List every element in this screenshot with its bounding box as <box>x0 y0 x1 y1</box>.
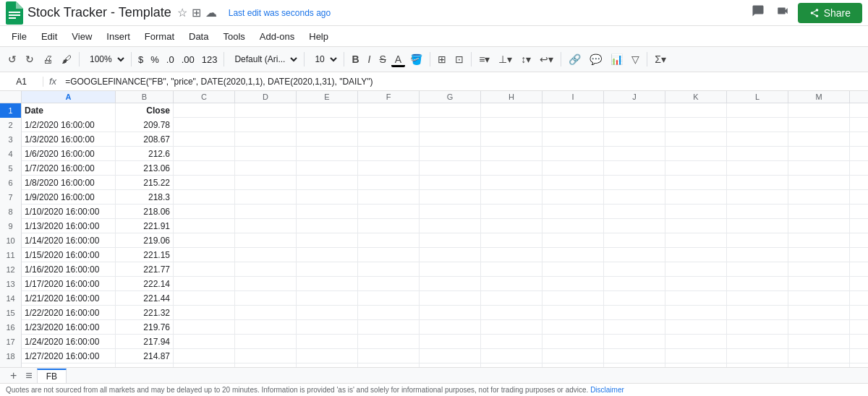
cell-empty[interactable] <box>420 349 481 363</box>
cell-a-7[interactable]: 1/9/2020 16:00:00 <box>22 190 116 205</box>
cell-empty[interactable] <box>604 262 665 277</box>
table-row[interactable]: 141/21/2020 16:00:00221.44 <box>0 291 868 306</box>
cell-a-11[interactable]: 1/15/2020 16:00:00 <box>22 248 116 262</box>
decimal00-button[interactable]: .00 <box>179 53 197 66</box>
cell-empty[interactable] <box>297 118 358 132</box>
table-row[interactable]: 41/6/2020 16:00:00212.6 <box>0 147 868 161</box>
cell-empty[interactable] <box>297 349 358 363</box>
col-header-b[interactable]: B <box>116 91 174 103</box>
redo-button[interactable]: ↻ <box>22 51 38 67</box>
menu-format[interactable]: Format <box>139 30 180 43</box>
cell-empty[interactable] <box>481 103 542 118</box>
sheet-tab-fb[interactable]: FB <box>37 369 67 383</box>
cell-b-1[interactable]: Close <box>116 103 174 118</box>
cell-empty[interactable] <box>481 335 542 349</box>
cell-empty[interactable] <box>604 248 665 262</box>
bold-button[interactable]: B <box>348 51 362 67</box>
cell-empty[interactable] <box>297 363 358 367</box>
cell-empty[interactable] <box>297 277 358 291</box>
cell-b-16[interactable]: 219.76 <box>116 320 174 335</box>
cell-empty[interactable] <box>235 248 297 262</box>
cell-empty[interactable] <box>604 176 665 190</box>
cell-empty[interactable] <box>174 248 235 262</box>
cell-empty[interactable] <box>850 132 868 147</box>
cell-empty[interactable] <box>788 277 850 291</box>
cell-empty[interactable] <box>358 118 420 132</box>
cell-empty[interactable] <box>604 291 665 306</box>
menu-insert[interactable]: Insert <box>101 30 136 43</box>
cell-empty[interactable] <box>665 363 727 367</box>
cell-empty[interactable] <box>358 176 420 190</box>
cell-empty[interactable] <box>604 349 665 363</box>
cell-empty[interactable] <box>665 190 727 205</box>
cell-empty[interactable] <box>542 335 604 349</box>
currency-button[interactable]: $ <box>135 53 146 66</box>
cell-empty[interactable] <box>604 363 665 367</box>
cell-empty[interactable] <box>297 161 358 176</box>
cell-a-13[interactable]: 1/17/2020 16:00:00 <box>22 277 116 291</box>
cell-b-13[interactable]: 222.14 <box>116 277 174 291</box>
cell-empty[interactable] <box>420 147 481 161</box>
cell-empty[interactable] <box>665 277 727 291</box>
cell-empty[interactable] <box>727 147 788 161</box>
cell-a-3[interactable]: 1/3/2020 16:00:00 <box>22 132 116 147</box>
cell-empty[interactable] <box>850 161 868 176</box>
share-button[interactable]: Share <box>798 3 862 23</box>
cell-empty[interactable] <box>174 219 235 233</box>
cell-empty[interactable] <box>788 219 850 233</box>
cell-a-9[interactable]: 1/13/2020 16:00:00 <box>22 219 116 233</box>
cell-empty[interactable] <box>727 176 788 190</box>
col-header-f[interactable]: F <box>358 91 420 103</box>
fontsize-select[interactable]: 10891112 <box>308 51 340 67</box>
cell-empty[interactable] <box>235 320 297 335</box>
cell-empty[interactable] <box>481 306 542 320</box>
cell-empty[interactable] <box>235 103 297 118</box>
cell-empty[interactable] <box>727 291 788 306</box>
table-row[interactable]: 181/27/2020 16:00:00214.87 <box>0 349 868 363</box>
col-header-j[interactable]: J <box>604 91 665 103</box>
cell-empty[interactable] <box>174 306 235 320</box>
col-header-i[interactable]: I <box>542 91 604 103</box>
cell-empty[interactable] <box>727 161 788 176</box>
cell-empty[interactable] <box>358 219 420 233</box>
cell-empty[interactable] <box>542 248 604 262</box>
table-row[interactable]: 71/9/2020 16:00:00218.3 <box>0 190 868 205</box>
col-header-a[interactable]: A <box>22 91 116 103</box>
filter-button[interactable]: ▽ <box>628 51 643 67</box>
cell-empty[interactable] <box>727 277 788 291</box>
table-row[interactable]: 61/8/2020 16:00:00215.22 <box>0 176 868 190</box>
col-header-c[interactable]: C <box>174 91 235 103</box>
cell-empty[interactable] <box>358 132 420 147</box>
table-row[interactable]: 51/7/2020 16:00:00213.06 <box>0 161 868 176</box>
cell-empty[interactable] <box>420 262 481 277</box>
cell-empty[interactable] <box>788 233 850 248</box>
cell-empty[interactable] <box>174 335 235 349</box>
paint-format-button[interactable]: 🖌 <box>58 51 75 67</box>
cell-empty[interactable] <box>542 161 604 176</box>
cell-empty[interactable] <box>604 233 665 248</box>
cell-empty[interactable] <box>174 176 235 190</box>
cell-a-18[interactable]: 1/27/2020 16:00:00 <box>22 349 116 363</box>
cell-empty[interactable] <box>235 190 297 205</box>
meet-button[interactable] <box>773 1 792 24</box>
cell-empty[interactable] <box>297 335 358 349</box>
cell-empty[interactable] <box>481 205 542 219</box>
chart-button[interactable]: 📊 <box>607 51 626 67</box>
cell-empty[interactable] <box>850 363 868 367</box>
col-header-e[interactable]: E <box>297 91 358 103</box>
cell-empty[interactable] <box>850 233 868 248</box>
cell-empty[interactable] <box>542 291 604 306</box>
wrap-button[interactable]: ↩▾ <box>536 51 557 67</box>
menu-tools[interactable]: Tools <box>217 30 250 43</box>
cell-empty[interactable] <box>542 219 604 233</box>
cell-empty[interactable] <box>727 103 788 118</box>
undo-button[interactable]: ↺ <box>4 51 20 67</box>
cell-empty[interactable] <box>665 147 727 161</box>
cell-empty[interactable] <box>481 277 542 291</box>
print-button[interactable]: 🖨 <box>39 51 56 67</box>
cell-empty[interactable] <box>850 118 868 132</box>
cell-empty[interactable] <box>358 291 420 306</box>
cell-empty[interactable] <box>727 248 788 262</box>
cell-empty[interactable] <box>235 262 297 277</box>
cell-empty[interactable] <box>604 219 665 233</box>
